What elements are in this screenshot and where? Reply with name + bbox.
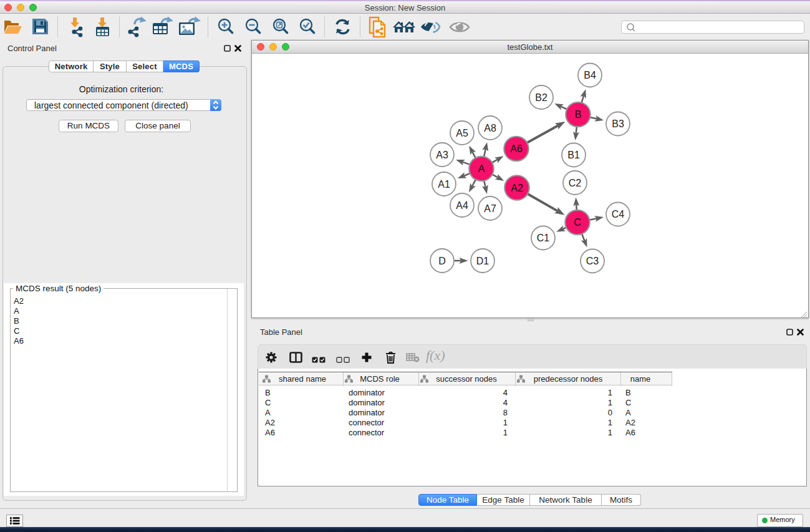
svg-text:B3: B3 — [612, 118, 624, 129]
svg-text:A1: A1 — [438, 179, 450, 190]
svg-text:A4: A4 — [456, 200, 468, 211]
svg-text:A5: A5 — [456, 128, 468, 138]
svg-text:A8: A8 — [484, 123, 496, 133]
svg-text:C3: C3 — [586, 256, 599, 266]
svg-text:A2: A2 — [511, 183, 523, 193]
svg-text:B: B — [575, 109, 582, 120]
svg-text:A6: A6 — [510, 143, 523, 154]
svg-text:B4: B4 — [584, 70, 596, 80]
svg-text:D: D — [438, 256, 446, 266]
svg-text:C: C — [574, 217, 581, 228]
svg-text:A: A — [478, 163, 485, 174]
svg-text:B2: B2 — [535, 92, 547, 103]
svg-text:C1: C1 — [537, 233, 550, 243]
svg-text:C4: C4 — [612, 209, 625, 220]
svg-text:B1: B1 — [567, 150, 580, 160]
svg-text:D1: D1 — [476, 256, 489, 266]
svg-text:C2: C2 — [569, 178, 582, 188]
svg-text:A7: A7 — [484, 203, 496, 214]
svg-text:A3: A3 — [436, 150, 448, 160]
